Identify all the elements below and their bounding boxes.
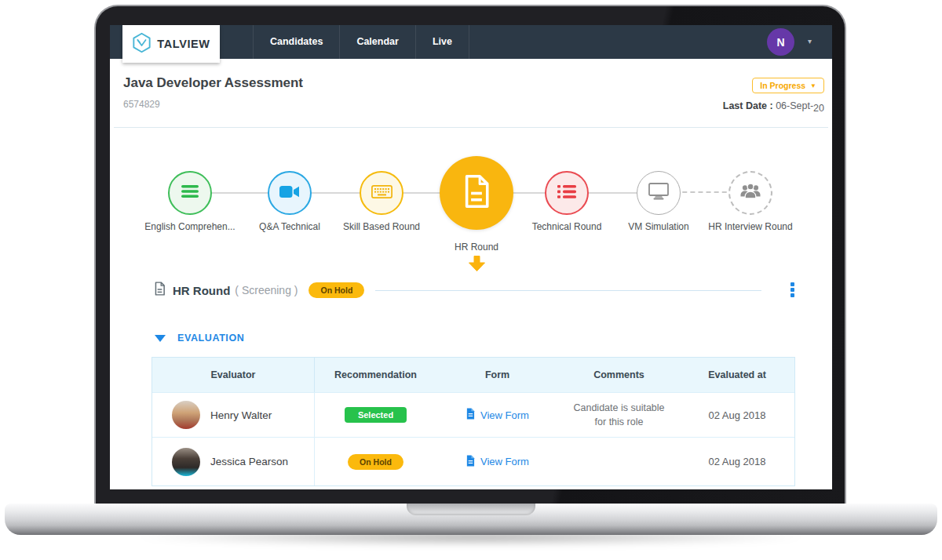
step-qa-technical[interactable] <box>268 171 312 215</box>
header-divider <box>114 127 828 128</box>
view-form-link[interactable]: View Form <box>466 408 529 422</box>
laptop-base <box>5 504 937 535</box>
status-label: In Progress <box>760 81 805 90</box>
step-technical-round[interactable] <box>545 171 589 215</box>
last-date-value: 06-Sept- <box>776 100 813 111</box>
evaluation-section-title: EVALUATION <box>177 333 244 344</box>
step-english-comprehension[interactable] <box>168 171 212 215</box>
status-dropdown[interactable]: In Progress ▼ <box>752 78 824 93</box>
document-icon <box>462 174 491 212</box>
user-avatar[interactable]: N <box>767 28 794 56</box>
nav-tab-calendar[interactable]: Calendar <box>339 25 415 59</box>
collapse-triangle-icon <box>155 335 166 342</box>
nav-tabs: Candidates Calendar Live <box>253 25 469 59</box>
evaluator-avatar <box>172 448 200 476</box>
talview-hexagon-icon <box>132 32 152 56</box>
page-title: Java Developer Assessment <box>123 75 303 91</box>
column-header-comments: Comments <box>558 369 680 380</box>
step-skill-based-round[interactable] <box>360 171 403 215</box>
bullet-list-icon <box>557 184 576 202</box>
active-step-arrow-icon <box>468 256 486 275</box>
app-screen: TALVIEW Candidates Calendar Live N ▾ Jav… <box>110 25 832 489</box>
form-doc-icon <box>466 455 475 469</box>
column-header-evaluated-at: Evaluated at <box>680 369 794 380</box>
view-form-label: View Form <box>480 456 529 467</box>
video-camera-icon <box>279 185 300 202</box>
step-label: English Comprehen... <box>139 221 241 232</box>
evaluator-comments: Candidate is suitable for this role <box>558 401 680 429</box>
people-icon <box>739 183 762 203</box>
view-form-link[interactable]: View Form <box>466 455 529 469</box>
step-label: HR Round <box>425 242 528 253</box>
brand-name: TALVIEW <box>157 38 210 50</box>
step-hr-interview-round[interactable] <box>728 171 772 215</box>
evaluator-name: Jessica Pearson <box>210 456 288 467</box>
laptop-notch <box>407 504 535 515</box>
user-menu-caret-icon[interactable]: ▾ <box>808 37 812 45</box>
recommendation-badge: Selected <box>345 407 407 423</box>
evaluated-at-date: 02 Aug 2018 <box>708 409 765 421</box>
table-header-row: Evaluator Recommendation Form Comments E… <box>152 358 794 392</box>
assessment-id: 6574829 <box>123 99 160 110</box>
view-form-label: View Form <box>480 409 529 421</box>
table-row: Henry Walter Selected <box>152 392 794 437</box>
form-doc-icon <box>466 408 475 422</box>
evaluator-avatar <box>172 401 200 429</box>
round-section-header: HR Round ( Screening ) On Hold <box>154 279 761 301</box>
column-header-form: Form <box>436 369 558 380</box>
brand-logo[interactable]: TALVIEW <box>122 25 220 63</box>
last-date-label: Last Date : <box>723 100 773 111</box>
nav-tab-candidates[interactable]: Candidates <box>253 25 339 59</box>
round-divider-line <box>375 290 761 291</box>
list-icon <box>181 184 199 202</box>
status-caret-icon: ▼ <box>810 82 816 89</box>
last-date: Last Date : 06-Sept-20 <box>723 100 824 111</box>
evaluation-table: Evaluator Recommendation Form Comments E… <box>152 357 795 486</box>
step-label: Q&A Technical <box>239 221 341 232</box>
monitor-icon <box>648 183 669 203</box>
round-menu-kebab-icon[interactable] <box>789 281 796 299</box>
step-vm-simulation[interactable] <box>637 171 681 215</box>
recommendation-badge: On Hold <box>348 454 403 470</box>
document-outline-icon <box>154 282 166 299</box>
step-label: Skill Based Round <box>330 221 433 232</box>
table-row: Jessica Pearson On Hold <box>152 437 794 485</box>
laptop-mockup: TALVIEW Candidates Calendar Live N ▾ Jav… <box>0 0 942 560</box>
evaluated-at-date: 02 Aug 2018 <box>708 456 765 467</box>
evaluation-section-toggle[interactable]: EVALUATION <box>155 333 244 344</box>
column-header-evaluator: Evaluator <box>152 358 315 392</box>
last-date-suffix: 20 <box>813 103 824 114</box>
nav-tab-live[interactable]: Live <box>415 25 469 59</box>
step-hr-round-active[interactable] <box>440 156 513 230</box>
round-subtitle: ( Screening ) <box>235 284 298 296</box>
step-label: HR Interview Round <box>699 221 801 232</box>
evaluator-name: Henry Walter <box>210 409 272 421</box>
step-label: VM Simulation <box>608 221 710 232</box>
round-status-badge: On Hold <box>309 282 364 298</box>
keyboard-icon <box>371 185 392 202</box>
column-header-recommendation: Recommendation <box>315 369 436 380</box>
step-label: Technical Round <box>516 221 618 232</box>
round-title: HR Round <box>173 284 230 297</box>
